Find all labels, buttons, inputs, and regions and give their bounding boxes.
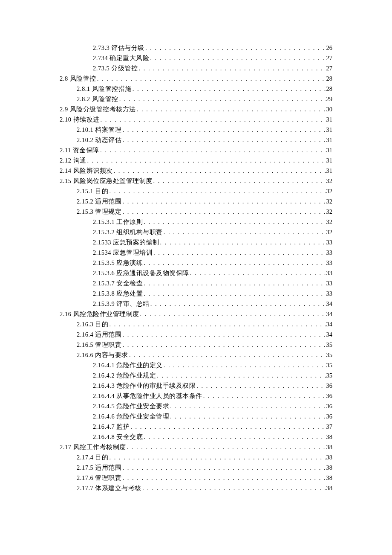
toc-entry[interactable]: 2.73.5 分级管控27 bbox=[60, 65, 332, 72]
toc-entry[interactable]: 2.73.3 评估与分级26 bbox=[60, 45, 332, 51]
toc-label: 2.9 风险分级管控考核方法 bbox=[60, 106, 136, 113]
toc-page-number: 31 bbox=[326, 137, 333, 143]
toc-entry[interactable]: 2.15.3.6 应急通讯设备及物资保障33 bbox=[60, 270, 332, 276]
toc-entry[interactable]: 2.17.6 管理职责38 bbox=[60, 475, 332, 481]
toc-leader bbox=[169, 403, 326, 410]
toc-leader bbox=[196, 383, 326, 389]
toc-leader bbox=[189, 270, 326, 276]
toc-label: 2.73.3 评估与分级 bbox=[93, 45, 144, 51]
toc-leader bbox=[121, 127, 326, 133]
toc-entry[interactable]: 2.15 风险岗位应急处置管理制度32 bbox=[60, 178, 332, 184]
toc-entry[interactable]: 2.10.2 动态评估31 bbox=[60, 137, 332, 143]
toc-leader bbox=[121, 465, 326, 471]
toc-label: 2.16 风控危险作业管理制度 bbox=[60, 311, 139, 317]
toc-entry[interactable]: 2.17.7 体系建立与考核38 bbox=[60, 485, 332, 491]
toc-label: 2.17.6 管理职责 bbox=[77, 475, 121, 481]
toc-page-number: 33 bbox=[326, 270, 333, 276]
toc-entry[interactable]: 2.15.3.7 安全检查33 bbox=[60, 280, 332, 287]
toc-entry[interactable]: 2.17 风控工作考核制度38 bbox=[60, 444, 332, 450]
toc-entry[interactable]: 2.16.4.4 从事危险作业人员的基本条件36 bbox=[60, 393, 332, 399]
toc-entry[interactable]: 2.17.4 目的38 bbox=[60, 454, 332, 461]
toc-page-number: 36 bbox=[326, 383, 333, 389]
toc-entry[interactable]: 2.15.2 适用范围32 bbox=[60, 198, 332, 205]
toc-label: 2.15.3.1 工作原则 bbox=[93, 219, 143, 225]
toc-entry[interactable]: 2.16.4.2 危险作业规定35 bbox=[60, 372, 332, 379]
toc-entry[interactable]: 2.16.4.3 危险作业的审批手续及权限36 bbox=[60, 383, 332, 389]
toc-entry[interactable]: 2.10 持续改进31 bbox=[60, 116, 332, 123]
toc-label: 2.17.5 适用范围 bbox=[77, 465, 121, 471]
toc-entry[interactable]: 2.16.3 目的34 bbox=[60, 321, 332, 328]
toc-leader bbox=[108, 454, 326, 461]
toc-entry[interactable]: 2.12 沟通31 bbox=[60, 157, 332, 164]
toc-label: 2.15.3 管理规定 bbox=[77, 209, 121, 215]
toc-page-number: 31 bbox=[326, 127, 333, 133]
toc-leader bbox=[121, 209, 326, 215]
toc-entry[interactable]: 2.10.1 档案管理31 bbox=[60, 127, 332, 133]
toc-label: 2.15.3.5 应急演练 bbox=[93, 260, 143, 266]
toc-entry[interactable]: 2.8.2 风险管控29 bbox=[60, 96, 332, 102]
toc-page-number: 33 bbox=[326, 239, 333, 246]
toc-entry[interactable]: 2.16.4.8 安全交底38 bbox=[60, 434, 332, 440]
toc-page-number: 37 bbox=[326, 424, 333, 430]
toc-entry[interactable]: 2.1533 应急预案的编制33 bbox=[60, 239, 332, 246]
toc-page-number: 34 bbox=[326, 311, 333, 317]
toc-leader bbox=[121, 342, 326, 348]
toc-leader bbox=[143, 434, 326, 440]
toc-leader bbox=[159, 239, 326, 246]
toc-leader bbox=[143, 219, 326, 225]
toc-leader bbox=[136, 106, 326, 113]
toc-entry[interactable]: 2.16.4.6 危险作业安全管理36 bbox=[60, 413, 332, 420]
toc-entry[interactable]: 2.9 风险分级管控考核方法30 bbox=[60, 106, 332, 113]
toc-label: 2.15.3.2 组织机构与职责 bbox=[93, 229, 163, 235]
toc-page-number: 32 bbox=[326, 219, 333, 225]
toc-entry[interactable]: 2.15.3.2 组织机构与职责32 bbox=[60, 229, 332, 235]
toc-label: 2.16.4.5 危险作业安全要求 bbox=[93, 403, 169, 410]
toc-leader bbox=[121, 331, 326, 338]
toc-label: 2.17.7 体系建立与考核 bbox=[77, 485, 141, 491]
toc-label: 2.16.6 内容与要求 bbox=[77, 352, 128, 358]
toc-leader bbox=[163, 229, 326, 235]
toc-entry[interactable]: 2.16.4.1 危险作业的定义35 bbox=[60, 362, 332, 369]
toc-entry[interactable]: 2.15.3.9 评审、总结34 bbox=[60, 301, 332, 307]
toc-leader bbox=[153, 178, 326, 184]
toc-entry[interactable]: 2.15.3 管理规定32 bbox=[60, 209, 332, 215]
toc-leader bbox=[141, 485, 326, 491]
toc-entry[interactable]: 2.1534 应急管理培训33 bbox=[60, 250, 332, 256]
toc-leader bbox=[143, 260, 326, 266]
toc-entry[interactable]: 2.15.3.1 工作原则32 bbox=[60, 219, 332, 225]
toc-entry[interactable]: 2.15.1 目的32 bbox=[60, 188, 332, 195]
toc-label: 2.10 持续改进 bbox=[60, 116, 100, 123]
toc-page-number: 33 bbox=[326, 260, 333, 266]
toc-label: 2.14 风险辨识频次 bbox=[60, 168, 113, 174]
toc-page-number: 38 bbox=[326, 454, 333, 461]
toc-label: 2.16.4.2 危险作业规定 bbox=[93, 372, 156, 379]
toc-leader bbox=[121, 475, 326, 481]
toc-entry[interactable]: 2.16.4.5 危险作业安全要求36 bbox=[60, 403, 332, 410]
toc-entry[interactable]: 2.734 确定重大风险27 bbox=[60, 55, 332, 61]
toc-page-number: 38 bbox=[326, 485, 333, 491]
toc-entry[interactable]: 2.14 风险辨识频次31 bbox=[60, 168, 332, 174]
toc-entry[interactable]: 2.11 资金保障31 bbox=[60, 147, 332, 154]
toc-entry[interactable]: 2.16.4 适用范围34 bbox=[60, 331, 332, 338]
toc-label: 2.15.3.8 应急处置 bbox=[93, 291, 143, 297]
toc-entry[interactable]: 2.16.4.7 监护37 bbox=[60, 424, 332, 430]
toc-leader bbox=[108, 321, 326, 328]
toc-entry[interactable]: 2.16.5 管理职责35 bbox=[60, 342, 332, 348]
toc-entry[interactable]: 2.16.6 内容与要求35 bbox=[60, 352, 332, 358]
toc-entry[interactable]: 2.15.3.8 应急处置33 bbox=[60, 291, 332, 297]
toc-label: 2.73.5 分级管控 bbox=[93, 65, 138, 72]
toc-page-number: 32 bbox=[326, 178, 333, 184]
toc-page-number: 34 bbox=[326, 331, 333, 338]
toc-entry[interactable]: 2.16 风控危险作业管理制度34 bbox=[60, 311, 332, 317]
toc-entry[interactable]: 2.17.5 适用范围38 bbox=[60, 465, 332, 471]
toc-leader bbox=[144, 45, 326, 51]
toc-page-number: 35 bbox=[326, 352, 333, 358]
toc-page-number: 34 bbox=[326, 301, 333, 307]
toc-entry[interactable]: 2.8.1 风险管控措施28 bbox=[60, 86, 332, 92]
toc-label: 2.17 风控工作考核制度 bbox=[60, 444, 126, 450]
toc-entry[interactable]: 2.8 风险管控28 bbox=[60, 76, 332, 82]
toc-label: 2.16.4.7 监护 bbox=[93, 424, 130, 430]
toc-leader bbox=[143, 291, 326, 297]
toc-entry[interactable]: 2.15.3.5 应急演练33 bbox=[60, 260, 332, 266]
toc-leader bbox=[169, 413, 326, 420]
